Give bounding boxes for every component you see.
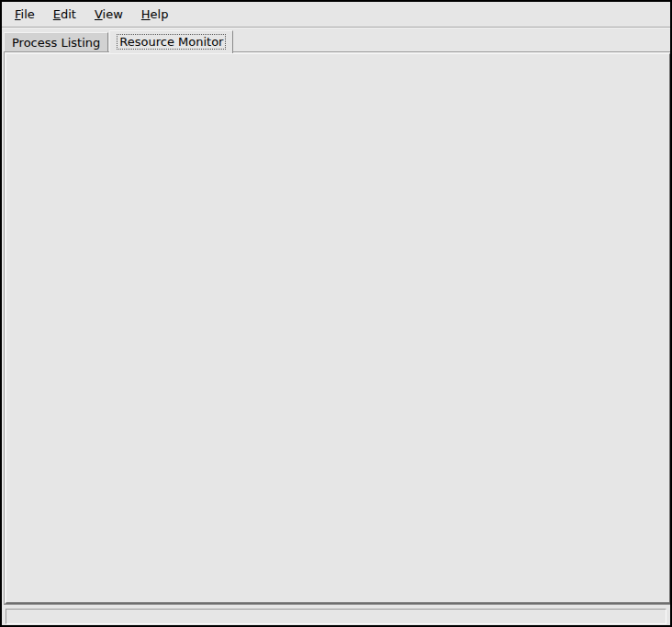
resource-monitor-page	[5, 52, 671, 604]
status-bar	[6, 609, 666, 624]
system-monitor-window: File Edit View Help Process Listing Reso…	[0, 0, 672, 627]
tab-process-listing-label: Process Listing	[12, 36, 100, 50]
menu-help[interactable]: Help	[132, 4, 178, 25]
menu-view[interactable]: View	[85, 4, 132, 25]
menu-bar: File Edit View Help	[2, 2, 670, 28]
tab-strip: Process Listing Resource Monitor	[4, 30, 670, 53]
menu-file[interactable]: File	[6, 4, 44, 25]
tab-resource-monitor[interactable]: Resource Monitor	[109, 30, 233, 53]
menu-edit[interactable]: Edit	[44, 4, 85, 25]
tab-resource-monitor-label: Resource Monitor	[118, 35, 225, 49]
tab-process-listing[interactable]: Process Listing	[4, 32, 108, 53]
